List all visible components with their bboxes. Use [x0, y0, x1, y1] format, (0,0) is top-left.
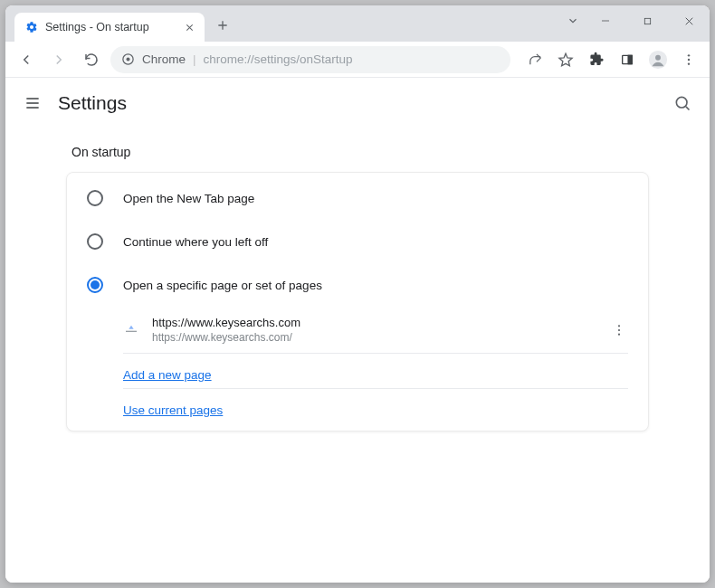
- section-title: On startup: [72, 145, 649, 159]
- new-tab-button[interactable]: [210, 13, 235, 38]
- svg-point-2: [127, 58, 130, 62]
- search-icon[interactable]: [673, 94, 691, 112]
- radio-specific-pages[interactable]: Open a specific page or set of pages: [67, 263, 648, 307]
- svg-rect-4: [628, 55, 632, 63]
- radio-continue[interactable]: Continue where you left off: [67, 220, 648, 263]
- radio-icon: [87, 190, 103, 206]
- titlebar: Settings - On startup: [5, 5, 710, 42]
- extensions-icon[interactable]: [583, 46, 610, 73]
- chrome-logo-icon: [121, 52, 135, 66]
- svg-point-12: [618, 325, 620, 327]
- share-icon[interactable]: [521, 46, 548, 73]
- startup-page-row: https://www.keysearchs.com https://www.k…: [123, 307, 628, 354]
- close-window-button[interactable]: [668, 5, 710, 36]
- svg-point-7: [688, 54, 690, 56]
- gear-icon: [25, 21, 38, 33]
- radio-label: Open the New Tab page: [123, 192, 254, 205]
- radio-label: Open a specific page or set of pages: [123, 279, 322, 292]
- tab-search-icon[interactable]: [567, 5, 579, 36]
- maximize-button[interactable]: [626, 5, 668, 36]
- page-entry-title: https://www.keysearchs.com: [152, 316, 597, 329]
- svg-rect-11: [126, 330, 137, 331]
- content-area: Settings On startup Open the New Tab pag…: [5, 78, 710, 583]
- page-entry-url: https://www.keysearchs.com/: [152, 331, 597, 344]
- use-current-link[interactable]: Use current pages: [123, 403, 223, 417]
- url-scheme: Chrome: [142, 52, 186, 66]
- radio-icon: [87, 233, 103, 250]
- chrome-menu-icon[interactable]: [675, 46, 702, 73]
- toolbar: Chrome | chrome://settings/onStartup: [5, 42, 710, 78]
- profile-icon[interactable]: [644, 46, 672, 73]
- favicon-icon: [123, 322, 139, 338]
- settings-card: Open the New Tab page Continue where you…: [66, 172, 649, 432]
- use-current-row: Use current pages: [123, 389, 628, 418]
- radio-label: Continue where you left off: [123, 235, 268, 249]
- svg-point-14: [618, 333, 620, 335]
- url-separator: |: [193, 52, 196, 66]
- browser-window: Settings - On startup: [5, 5, 710, 583]
- svg-point-9: [688, 62, 690, 64]
- add-page-link[interactable]: Add a new page: [123, 368, 212, 382]
- tab-title: Settings - On startup: [45, 21, 176, 33]
- hamburger-icon[interactable]: [24, 94, 42, 112]
- svg-point-10: [676, 97, 687, 108]
- svg-point-13: [618, 328, 620, 330]
- svg-rect-0: [644, 18, 650, 24]
- radio-icon: [87, 277, 103, 293]
- svg-point-6: [655, 54, 661, 60]
- svg-point-8: [688, 58, 690, 60]
- sidepanel-icon[interactable]: [614, 46, 641, 73]
- address-bar[interactable]: Chrome | chrome://settings/onStartup: [110, 46, 510, 73]
- back-button[interactable]: [13, 46, 40, 73]
- window-controls: [567, 5, 710, 36]
- forward-button[interactable]: [45, 46, 72, 73]
- minimize-button[interactable]: [585, 5, 626, 36]
- radio-open-new-tab[interactable]: Open the New Tab page: [67, 176, 648, 220]
- startup-pages-list: https://www.keysearchs.com https://www.k…: [123, 307, 628, 418]
- browser-tab[interactable]: Settings - On startup: [14, 13, 205, 42]
- add-page-row: Add a new page: [123, 354, 628, 389]
- page-title: Settings: [58, 92, 127, 114]
- reload-button[interactable]: [78, 46, 105, 73]
- page-entry-menu-icon[interactable]: [610, 321, 628, 339]
- close-tab-icon[interactable]: [183, 21, 195, 33]
- settings-header: Settings: [5, 78, 710, 128]
- bookmark-icon[interactable]: [552, 46, 579, 73]
- url-path: chrome://settings/onStartup: [204, 52, 353, 66]
